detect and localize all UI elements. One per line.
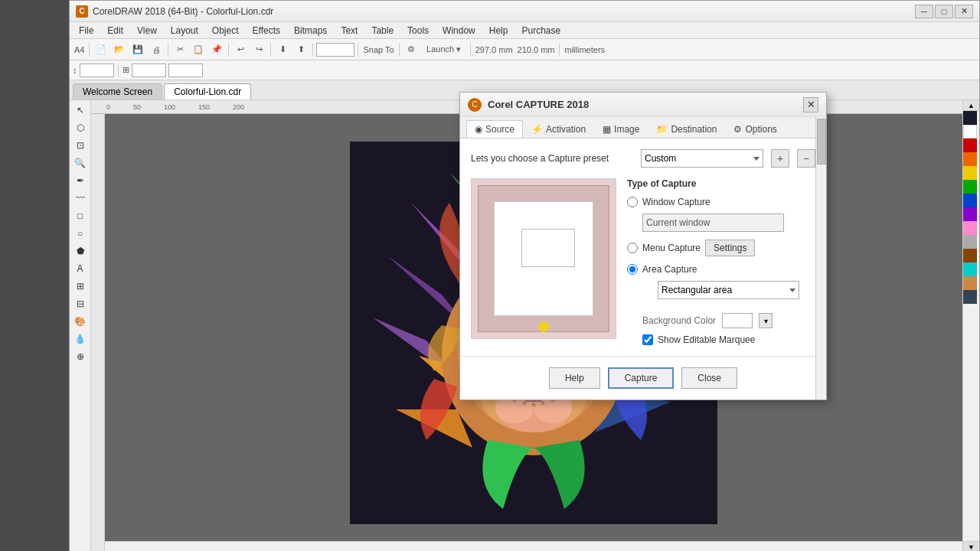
close-dialog-button[interactable]: Close — [681, 367, 737, 389]
color-white[interactable] — [963, 125, 977, 139]
restore-button[interactable]: □ — [935, 5, 953, 18]
fill-tool[interactable]: 🎨 — [72, 313, 89, 330]
tab-options[interactable]: ⚙ Options — [725, 120, 785, 138]
color-brown[interactable] — [963, 249, 977, 262]
color-pink[interactable] — [963, 221, 977, 235]
width-label: 297.0 mm — [475, 45, 513, 54]
palette-controls[interactable]: ▲ — [963, 100, 979, 111]
capture-button[interactable]: Capture — [608, 367, 675, 389]
tab-activation[interactable]: ⚡ Activation — [523, 120, 594, 138]
close-app-button[interactable]: ✕ — [955, 5, 973, 18]
table-tool[interactable]: ⊞ — [72, 278, 89, 295]
color-blue[interactable] — [963, 194, 977, 207]
menu-capture-radio[interactable] — [627, 243, 638, 253]
select-tool[interactable]: ↖ — [72, 102, 89, 119]
launch-btn[interactable]: Launch ▾ — [421, 41, 467, 58]
menu-bitmaps[interactable]: Bitmaps — [288, 24, 333, 37]
paste-btn[interactable]: 📌 — [208, 41, 225, 58]
dialog-close-button[interactable]: ✕ — [803, 97, 818, 112]
dialog-scrollbar[interactable] — [815, 117, 826, 399]
help-button[interactable]: Help — [549, 367, 600, 389]
destination-tab-icon: 📁 — [656, 124, 668, 135]
menu-edit[interactable]: Edit — [101, 24, 129, 37]
zoom-tool[interactable]: 🔍 — [72, 155, 89, 171]
menu-effects[interactable]: Effects — [247, 24, 286, 37]
color-orange[interactable] — [963, 152, 977, 166]
ruler-vertical — [91, 114, 105, 551]
show-marquee-checkbox[interactable] — [642, 334, 653, 345]
color-black[interactable] — [963, 111, 977, 125]
freehand-tool[interactable]: ✒ — [72, 172, 89, 189]
color-cyan[interactable] — [963, 262, 977, 276]
menu-window[interactable]: Window — [436, 24, 482, 37]
parallel-tool[interactable]: ⊟ — [72, 295, 89, 312]
preset-select[interactable]: Custom — [641, 149, 763, 168]
menu-purchase[interactable]: Purchase — [515, 24, 567, 37]
color-navy[interactable] — [963, 290, 977, 304]
menu-object[interactable]: Object — [206, 24, 245, 37]
eyedropper-tool[interactable]: 💧 — [72, 331, 89, 347]
tab-image[interactable]: ▦ Image — [594, 120, 648, 138]
menu-table[interactable]: Table — [365, 24, 400, 37]
smart-draw-tool[interactable]: 〰 — [72, 190, 89, 207]
color-purple[interactable] — [963, 207, 977, 221]
text-tool[interactable]: A — [72, 260, 89, 277]
bg-color-dropdown-btn[interactable]: ▾ — [759, 313, 773, 328]
menu-help[interactable]: Help — [483, 24, 514, 37]
palette-down[interactable]: ▼ — [963, 541, 979, 551]
export-btn[interactable]: ⬆ — [292, 41, 309, 58]
import-btn[interactable]: ⬇ — [274, 41, 291, 58]
shape-tool[interactable]: ⬡ — [72, 119, 89, 136]
tab-source[interactable]: ◉ Source — [466, 120, 523, 138]
bottom-scrollbar[interactable] — [105, 541, 962, 551]
page-size-label: A4 — [74, 45, 84, 54]
color-gray[interactable] — [963, 235, 977, 249]
ellipse-tool[interactable]: ○ — [72, 225, 89, 242]
units-label: millimeters — [564, 45, 605, 54]
menu-tools[interactable]: Tools — [401, 24, 435, 37]
interactive-tool[interactable]: ⊕ — [72, 348, 89, 365]
open-btn[interactable]: 📂 — [111, 41, 128, 58]
nudge-input[interactable]: 0.1 mm — [80, 64, 114, 77]
tab-destination[interactable]: 📁 Destination — [648, 120, 725, 138]
menu-settings-button[interactable]: Settings — [705, 240, 755, 256]
scrollbar-thumb[interactable] — [817, 119, 826, 165]
tab-welcome[interactable]: Welcome Screen — [73, 83, 162, 99]
window-capture-radio[interactable] — [627, 197, 638, 207]
zoom-input[interactable]: 119% — [316, 43, 354, 57]
tab-document[interactable]: Colorful-Lion.cdr — [164, 83, 251, 99]
crop-tool[interactable]: ⊡ — [72, 137, 89, 154]
preset-add-button[interactable]: + — [771, 149, 789, 168]
bg-color-row: Background Color ▾ — [642, 313, 815, 328]
settings-gear[interactable]: ⚙ — [403, 41, 420, 58]
snap-dist-input[interactable]: 5.0 mm — [132, 64, 166, 77]
save-btn[interactable]: 💾 — [129, 41, 146, 58]
new-btn[interactable]: 📄 — [93, 41, 109, 58]
color-tan[interactable] — [963, 276, 977, 290]
area-capture-label: Area Capture — [642, 264, 697, 275]
menu-view[interactable]: View — [131, 24, 163, 37]
window-capture-dropdown[interactable]: Current window — [642, 214, 784, 232]
menu-layout[interactable]: Layout — [165, 24, 204, 37]
color-yellow[interactable] — [963, 166, 977, 180]
snap-dist-input2[interactable]: 5.0 mm — [168, 64, 203, 77]
polygon-tool[interactable]: ⬟ — [72, 243, 89, 259]
dialog-footer: Help Capture Close — [460, 356, 826, 399]
cut-btn[interactable]: ✂ — [172, 41, 188, 58]
undo-btn[interactable]: ↩ — [232, 41, 249, 58]
menu-text[interactable]: Text — [335, 24, 364, 37]
minimize-button[interactable]: ─ — [915, 5, 933, 18]
print-btn[interactable]: 🖨 — [148, 41, 165, 58]
color-red[interactable] — [963, 139, 977, 152]
preview-frame-inner — [494, 201, 593, 316]
menu-file[interactable]: File — [73, 24, 100, 37]
preset-remove-button[interactable]: − — [797, 149, 815, 168]
rect-tool[interactable]: □ — [72, 207, 89, 224]
copy-btn[interactable]: 📋 — [190, 41, 207, 58]
svg-point-39 — [532, 403, 536, 407]
area-capture-radio[interactable] — [627, 264, 638, 275]
redo-btn[interactable]: ↪ — [250, 41, 267, 58]
bg-color-swatch[interactable] — [722, 313, 753, 328]
area-type-dropdown[interactable]: Rectangular area Elliptical area Freehan… — [658, 281, 799, 299]
color-green[interactable] — [963, 180, 977, 194]
